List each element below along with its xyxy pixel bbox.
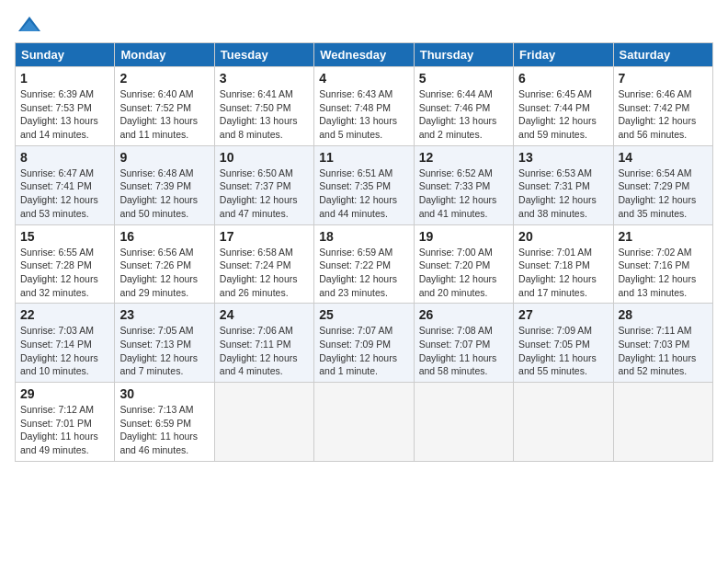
day-detail: Sunrise: 7:12 AMSunset: 7:01 PMDaylight:… [20, 403, 109, 457]
calendar-cell: 7Sunrise: 6:46 AMSunset: 7:42 PMDaylight… [613, 67, 712, 146]
calendar-cell: 27Sunrise: 7:09 AMSunset: 7:05 PMDayligh… [514, 304, 613, 383]
day-detail: Sunrise: 6:53 AMSunset: 7:31 PMDaylight:… [518, 167, 608, 221]
day-detail: Sunrise: 6:41 AMSunset: 7:50 PMDaylight:… [220, 87, 309, 142]
calendar-cell: 14Sunrise: 6:54 AMSunset: 7:29 PMDayligh… [613, 145, 712, 224]
day-detail: Sunrise: 6:55 AMSunset: 7:28 PMDaylight:… [20, 246, 109, 300]
day-number: 29 [20, 386, 109, 401]
calendar-cell: 29Sunrise: 7:12 AMSunset: 7:01 PMDayligh… [16, 383, 115, 462]
day-number: 25 [319, 307, 408, 322]
weekday-header-thursday: Thursday [414, 43, 513, 67]
calendar-week-row: 15Sunrise: 6:55 AMSunset: 7:28 PMDayligh… [16, 224, 713, 304]
day-number: 7 [619, 71, 708, 86]
page-header [15, 15, 713, 35]
day-detail: Sunrise: 6:56 AMSunset: 7:26 PMDaylight:… [119, 246, 209, 300]
calendar-table: SundayMondayTuesdayWednesdayThursdayFrid… [15, 42, 713, 462]
calendar-cell: 13Sunrise: 6:53 AMSunset: 7:31 PMDayligh… [514, 145, 613, 224]
day-number: 2 [119, 71, 209, 86]
calendar-cell: 16Sunrise: 6:56 AMSunset: 7:26 PMDayligh… [115, 224, 214, 304]
weekday-header-friday: Friday [514, 43, 613, 67]
calendar-cell: 1Sunrise: 6:39 AMSunset: 7:53 PMDaylight… [16, 67, 115, 146]
day-detail: Sunrise: 7:01 AMSunset: 7:18 PMDaylight:… [518, 246, 608, 300]
calendar-week-row: 8Sunrise: 6:47 AMSunset: 7:41 PMDaylight… [16, 145, 713, 224]
calendar-cell [613, 383, 712, 462]
day-number: 16 [119, 229, 209, 244]
day-number: 18 [319, 229, 408, 244]
day-number: 4 [319, 71, 408, 86]
day-number: 6 [518, 71, 608, 86]
weekday-header-monday: Monday [115, 43, 214, 67]
weekday-header-wednesday: Wednesday [314, 43, 414, 67]
calendar-cell: 30Sunrise: 7:13 AMSunset: 6:59 PMDayligh… [115, 383, 214, 462]
day-number: 11 [319, 150, 408, 165]
weekday-header-sunday: Sunday [16, 43, 115, 67]
calendar-cell: 20Sunrise: 7:01 AMSunset: 7:18 PMDayligh… [514, 224, 613, 304]
day-detail: Sunrise: 7:07 AMSunset: 7:09 PMDaylight:… [319, 324, 408, 378]
day-detail: Sunrise: 6:48 AMSunset: 7:39 PMDaylight:… [119, 167, 209, 221]
day-detail: Sunrise: 6:47 AMSunset: 7:41 PMDaylight:… [20, 167, 109, 221]
day-number: 3 [220, 71, 309, 86]
calendar-cell: 23Sunrise: 7:05 AMSunset: 7:13 PMDayligh… [115, 304, 214, 383]
calendar-cell: 21Sunrise: 7:02 AMSunset: 7:16 PMDayligh… [613, 224, 712, 304]
calendar-cell: 26Sunrise: 7:08 AMSunset: 7:07 PMDayligh… [414, 304, 513, 383]
day-number: 9 [119, 150, 209, 165]
logo-icon [17, 15, 42, 35]
day-number: 19 [419, 229, 508, 244]
calendar-cell: 8Sunrise: 6:47 AMSunset: 7:41 PMDaylight… [16, 145, 115, 224]
day-detail: Sunrise: 7:03 AMSunset: 7:14 PMDaylight:… [20, 324, 109, 378]
day-detail: Sunrise: 6:39 AMSunset: 7:53 PMDaylight:… [20, 87, 109, 142]
calendar-week-row: 22Sunrise: 7:03 AMSunset: 7:14 PMDayligh… [16, 304, 713, 383]
calendar-cell [514, 383, 613, 462]
day-number: 14 [619, 150, 708, 165]
day-detail: Sunrise: 6:58 AMSunset: 7:24 PMDaylight:… [220, 246, 309, 300]
calendar-cell: 4Sunrise: 6:43 AMSunset: 7:48 PMDaylight… [314, 67, 414, 146]
day-number: 10 [220, 150, 309, 165]
day-detail: Sunrise: 6:40 AMSunset: 7:52 PMDaylight:… [119, 87, 209, 142]
day-number: 15 [20, 229, 109, 244]
day-detail: Sunrise: 7:13 AMSunset: 6:59 PMDaylight:… [119, 403, 209, 457]
day-number: 1 [20, 71, 109, 86]
calendar-cell: 18Sunrise: 6:59 AMSunset: 7:22 PMDayligh… [314, 224, 414, 304]
day-number: 8 [20, 150, 109, 165]
calendar-cell: 12Sunrise: 6:52 AMSunset: 7:33 PMDayligh… [414, 145, 513, 224]
day-detail: Sunrise: 6:51 AMSunset: 7:35 PMDaylight:… [319, 167, 408, 221]
day-number: 20 [518, 229, 608, 244]
day-number: 28 [619, 307, 708, 322]
calendar-cell: 11Sunrise: 6:51 AMSunset: 7:35 PMDayligh… [314, 145, 414, 224]
day-number: 13 [518, 150, 608, 165]
day-number: 22 [20, 307, 109, 322]
day-detail: Sunrise: 6:43 AMSunset: 7:48 PMDaylight:… [319, 87, 408, 142]
day-detail: Sunrise: 7:05 AMSunset: 7:13 PMDaylight:… [119, 324, 209, 378]
calendar-cell [314, 383, 414, 462]
calendar-cell [214, 383, 313, 462]
day-detail: Sunrise: 6:54 AMSunset: 7:29 PMDaylight:… [619, 167, 708, 221]
calendar-cell: 10Sunrise: 6:50 AMSunset: 7:37 PMDayligh… [214, 145, 313, 224]
calendar-cell: 3Sunrise: 6:41 AMSunset: 7:50 PMDaylight… [214, 67, 313, 146]
calendar-cell: 24Sunrise: 7:06 AMSunset: 7:11 PMDayligh… [214, 304, 313, 383]
calendar-cell: 22Sunrise: 7:03 AMSunset: 7:14 PMDayligh… [16, 304, 115, 383]
day-detail: Sunrise: 6:50 AMSunset: 7:37 PMDaylight:… [220, 167, 309, 221]
day-detail: Sunrise: 6:44 AMSunset: 7:46 PMDaylight:… [419, 87, 508, 142]
day-detail: Sunrise: 6:52 AMSunset: 7:33 PMDaylight:… [419, 167, 508, 221]
day-number: 23 [119, 307, 209, 322]
calendar-cell: 6Sunrise: 6:45 AMSunset: 7:44 PMDaylight… [514, 67, 613, 146]
day-detail: Sunrise: 6:59 AMSunset: 7:22 PMDaylight:… [319, 246, 408, 300]
day-number: 27 [518, 307, 608, 322]
calendar-cell: 19Sunrise: 7:00 AMSunset: 7:20 PMDayligh… [414, 224, 513, 304]
calendar-week-row: 29Sunrise: 7:12 AMSunset: 7:01 PMDayligh… [16, 383, 713, 462]
day-detail: Sunrise: 6:45 AMSunset: 7:44 PMDaylight:… [518, 87, 608, 142]
calendar-cell: 28Sunrise: 7:11 AMSunset: 7:03 PMDayligh… [613, 304, 712, 383]
calendar-cell: 15Sunrise: 6:55 AMSunset: 7:28 PMDayligh… [16, 224, 115, 304]
day-detail: Sunrise: 7:11 AMSunset: 7:03 PMDaylight:… [619, 324, 708, 378]
day-number: 21 [619, 229, 708, 244]
day-detail: Sunrise: 7:09 AMSunset: 7:05 PMDaylight:… [518, 324, 608, 378]
day-number: 24 [220, 307, 309, 322]
day-detail: Sunrise: 7:00 AMSunset: 7:20 PMDaylight:… [419, 246, 508, 300]
day-number: 30 [119, 386, 209, 401]
weekday-header-saturday: Saturday [613, 43, 712, 67]
day-number: 5 [419, 71, 508, 86]
weekday-header-tuesday: Tuesday [214, 43, 313, 67]
calendar-cell: 5Sunrise: 6:44 AMSunset: 7:46 PMDaylight… [414, 67, 513, 146]
calendar-cell: 17Sunrise: 6:58 AMSunset: 7:24 PMDayligh… [214, 224, 313, 304]
day-detail: Sunrise: 7:02 AMSunset: 7:16 PMDaylight:… [619, 246, 708, 300]
day-detail: Sunrise: 7:06 AMSunset: 7:11 PMDaylight:… [220, 324, 309, 378]
